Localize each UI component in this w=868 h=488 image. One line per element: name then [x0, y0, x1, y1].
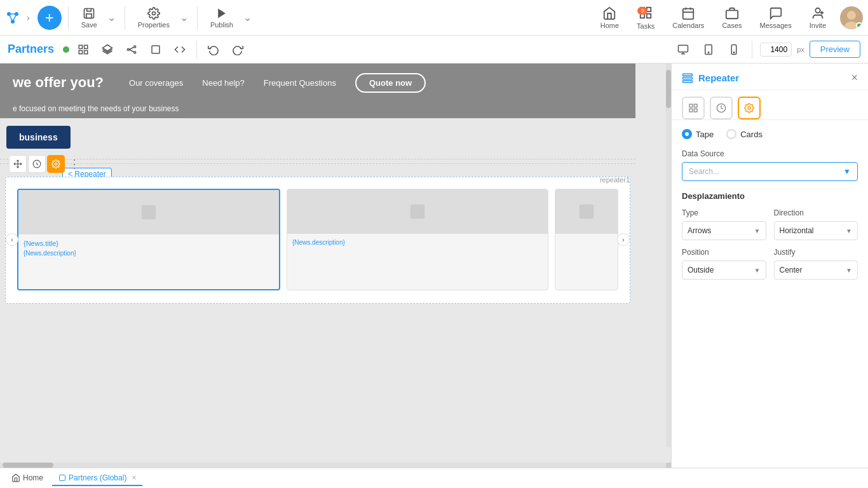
nav-arrow-left[interactable]: ‹: [6, 233, 18, 246]
svg-marker-9: [218, 8, 226, 18]
card-3-image: [555, 189, 618, 234]
position-select[interactable]: Outside ▼: [682, 261, 766, 280]
hero-navbar: we offer you? Our coverages Need help? F…: [0, 64, 635, 102]
avatar[interactable]: [840, 6, 863, 29]
svg-line-4: [9, 14, 13, 22]
panel-tabs: [672, 90, 868, 120]
mobile-view-btn[interactable]: [724, 39, 744, 60]
scrollbar-vertical[interactable]: [666, 64, 671, 447]
r-tool-more[interactable]: ⋮: [66, 157, 83, 171]
position-label: Position: [682, 248, 766, 257]
nav-tasks[interactable]: 9 Tasks: [629, 3, 662, 32]
panel-body: Tape Cards Data Source Search... ▼ Despl…: [672, 120, 868, 468]
properties-dropdown[interactable]: ⌄: [177, 9, 191, 26]
add-button[interactable]: +: [37, 6, 62, 30]
card-item-3[interactable]: [555, 189, 618, 290]
card-1-body: {News.title} {News.description}: [18, 234, 279, 262]
nav-link-coverages[interactable]: Our coverages: [129, 78, 183, 88]
properties-button[interactable]: Properties: [132, 4, 176, 31]
svg-point-8: [152, 11, 155, 15]
svg-rect-26: [85, 45, 88, 48]
connections-btn[interactable]: [121, 39, 142, 60]
code-btn[interactable]: [170, 39, 190, 60]
publish-dropdown[interactable]: ⌄: [241, 9, 254, 26]
bottom-home[interactable]: Home: [5, 471, 50, 486]
panel-tab-layout[interactable]: [682, 97, 705, 119]
direction-select[interactable]: Horizontal ▼: [774, 221, 858, 240]
type-select[interactable]: Arrows ▼: [682, 221, 766, 240]
back-arrow[interactable]: ›: [27, 13, 30, 23]
publish-button[interactable]: Publish: [204, 4, 240, 31]
quote-button[interactable]: Quote now: [355, 73, 426, 93]
section-divider: [0, 159, 635, 164]
tablet-view-btn[interactable]: [698, 39, 719, 60]
bottom-tab-partners[interactable]: Partners (Global) ×: [52, 471, 142, 486]
sub-divider-1: [196, 41, 197, 58]
bottom-tab-close[interactable]: ×: [132, 473, 136, 482]
business-section: business: [0, 118, 635, 156]
svg-rect-13: [647, 13, 651, 17]
nav-arrow-right[interactable]: ›: [617, 233, 630, 246]
svg-rect-62: [60, 475, 65, 480]
nav-calendars[interactable]: Calendars: [665, 4, 712, 32]
justify-select[interactable]: Center ▼: [774, 261, 858, 280]
r-tool-settings[interactable]: [47, 155, 65, 173]
nav-link-faq[interactable]: Frequent Questions: [264, 78, 336, 88]
layers-btn[interactable]: [97, 39, 118, 60]
svg-rect-14: [683, 8, 694, 19]
canvas-scroll[interactable]: we offer you? Our coverages Need help? F…: [0, 64, 671, 468]
r-tool-style[interactable]: [28, 155, 46, 173]
desplazamiento-title: Desplazamiento: [682, 191, 858, 201]
radio-cards[interactable]: Cards: [726, 129, 763, 139]
desktop-view-btn[interactable]: [673, 39, 693, 60]
card-item-2[interactable]: {News.description}: [287, 189, 548, 290]
nav-messages[interactable]: Messages: [752, 4, 799, 32]
nav-right: Home 9 Tasks Calendars Cases: [593, 3, 863, 32]
canvas-content: we offer you? Our coverages Need help? F…: [0, 64, 635, 304]
nav-cases[interactable]: Cases: [714, 4, 749, 32]
scrollbar-h-thumb[interactable]: [3, 463, 53, 468]
svg-rect-53: [683, 74, 693, 76]
scrollbar-horizontal[interactable]: [0, 463, 666, 468]
crop-btn[interactable]: [146, 39, 166, 60]
hero-nav-links: Our coverages Need help? Frequent Questi…: [129, 73, 426, 93]
svg-rect-27: [79, 50, 82, 53]
svg-point-31: [134, 46, 136, 48]
hero-subtext: e focused on meeting the needs of your b…: [0, 102, 635, 118]
r-tool-move[interactable]: [9, 155, 27, 173]
data-source-label: Data Source: [682, 149, 858, 158]
nav-home[interactable]: Home: [593, 4, 627, 32]
redo-btn[interactable]: [227, 39, 248, 60]
save-button[interactable]: Save: [75, 4, 104, 31]
panel-tab-style[interactable]: [710, 97, 733, 119]
svg-point-42: [733, 51, 735, 53]
save-dropdown[interactable]: ⌄: [105, 9, 118, 26]
business-button[interactable]: business: [6, 126, 71, 149]
nav-invite[interactable]: Invite: [802, 4, 834, 32]
undo-btn[interactable]: [203, 39, 224, 60]
grid-view-btn[interactable]: [73, 39, 93, 60]
main-area: we offer you? Our coverages Need help? F…: [0, 64, 868, 468]
panel-tab-settings[interactable]: [738, 97, 761, 119]
type-direction-row: Type Arrows ▼ Direction Horizontal ▼: [682, 208, 858, 240]
top-toolbar: › + Save ⌄ Properties ⌄ Publish ⌄: [0, 0, 868, 36]
width-input[interactable]: [760, 43, 792, 57]
svg-point-46: [55, 163, 57, 165]
cards-row: ‹ {Ne: [11, 182, 625, 297]
svg-rect-18: [726, 10, 738, 18]
direction-label: Direction: [774, 208, 858, 217]
panel-title: Repeater: [682, 72, 739, 84]
card-item-1[interactable]: {News.title} {News.description}: [17, 189, 280, 290]
svg-rect-54: [683, 77, 693, 79]
svg-point-19: [815, 8, 820, 12]
radio-tape[interactable]: Tape: [682, 129, 714, 139]
home-icon-sm: [11, 473, 20, 482]
save-group: Save ⌄: [75, 4, 118, 31]
data-source-dropdown[interactable]: Search... ▼: [682, 162, 858, 181]
nav-link-help[interactable]: Need help?: [202, 78, 245, 88]
scrollbar-thumb[interactable]: [666, 70, 671, 108]
svg-point-48: [145, 208, 147, 211]
svg-point-23: [847, 11, 856, 20]
panel-close-button[interactable]: ×: [851, 71, 858, 85]
preview-button[interactable]: Preview: [810, 41, 860, 58]
